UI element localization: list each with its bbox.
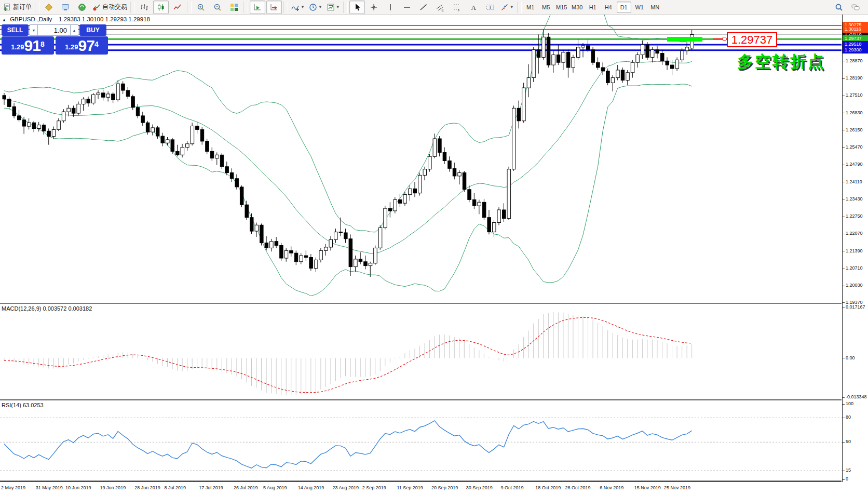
bars-button[interactable] <box>137 1 152 14</box>
timeframe-m1-button[interactable]: M1 <box>523 2 538 13</box>
axis-tick <box>843 130 845 130</box>
fibo-button[interactable]: F <box>449 1 465 14</box>
vline-button[interactable] <box>383 1 398 14</box>
toolbar-separator <box>130 2 135 13</box>
rsi-tick-label: 15 <box>846 467 851 473</box>
bollinger-bands <box>4 15 692 296</box>
label-button[interactable]: T <box>482 1 498 14</box>
autotrade-button[interactable]: 自动交易 <box>91 1 129 14</box>
templates-button[interactable]: ▼ <box>325 1 342 14</box>
rsi-tick-label: 80 <box>846 414 851 420</box>
tiles-button[interactable] <box>226 1 242 14</box>
channel-button[interactable]: E <box>432 1 448 14</box>
timeframe-m30-button[interactable]: M30 <box>570 2 585 13</box>
date-axis[interactable]: 2 May 201931 May 201910 Jun 201919 Jun 2… <box>0 482 842 495</box>
macd-panel <box>4 312 692 395</box>
autoscroll-icon <box>253 3 262 11</box>
price-tick-label: 1.22750 <box>846 213 863 219</box>
toolbar: 新订单自动交易▼▼▼EFAT▼M1M5M15M30H1H4D1W1MN <box>0 0 868 15</box>
tester-icon <box>78 3 86 11</box>
crosshair-button[interactable] <box>366 1 382 14</box>
chat-button[interactable] <box>848 1 863 14</box>
svg-text:F: F <box>458 8 460 11</box>
zoom-out-icon <box>213 3 222 11</box>
channel-icon: E <box>436 3 444 11</box>
highlight-rectangle[interactable] <box>667 37 702 42</box>
buy-button[interactable]: BUY <box>79 24 106 36</box>
arrows-button[interactable]: ▼ <box>499 1 516 14</box>
chart-header: ▲ GBPUSD-,Daily 1.29383 1.30100 1.29293 … <box>2 16 150 22</box>
price-tick-label: 1.24790 <box>846 162 863 167</box>
sell-button[interactable]: SELL <box>2 24 29 36</box>
tester-button[interactable] <box>74 1 90 14</box>
price-axis[interactable]: 1.288701.281901.275101.268301.261501.254… <box>842 15 868 482</box>
price-tick-label: 1.26150 <box>846 127 863 132</box>
chart-area[interactable]: ▲ GBPUSD-,Daily 1.29383 1.30100 1.29293 … <box>0 15 868 495</box>
zoom-out-button[interactable] <box>210 1 225 14</box>
timeframe-h4-button[interactable]: H4 <box>601 2 616 13</box>
price-tick-label: 1.22070 <box>846 231 863 236</box>
date-label: 6 Nov 2019 <box>600 485 623 490</box>
axis-tick <box>843 234 845 234</box>
timeframe-mn-button[interactable]: MN <box>648 2 662 13</box>
timeframe-m15-button[interactable]: M15 <box>554 2 569 13</box>
date-label: 10 Jun 2019 <box>65 485 91 490</box>
sell-price-big: 91 <box>24 38 40 53</box>
macd-tick-label: -0.013348 <box>846 394 867 399</box>
volume-increase-button[interactable]: ▲ <box>70 24 78 36</box>
periods-button[interactable]: ▼ <box>307 1 324 14</box>
trendline-button[interactable] <box>416 1 431 14</box>
timeframe-m5-button[interactable]: M5 <box>539 2 553 13</box>
price-annotation-box[interactable]: 1.29737 <box>727 32 777 47</box>
shift-button[interactable] <box>266 1 282 14</box>
axis-tick <box>843 96 845 96</box>
date-label: 20 Sep 2019 <box>431 485 458 490</box>
axis-tick <box>843 148 845 148</box>
price-tick-label: 1.28190 <box>846 75 863 81</box>
linechart-button[interactable] <box>170 1 185 14</box>
profile-button[interactable] <box>41 1 57 14</box>
zoom-in-icon <box>197 3 205 11</box>
date-label: 25 Nov 2019 <box>664 485 690 490</box>
candles-button[interactable] <box>153 1 169 14</box>
price-tick-label: 1.20030 <box>846 283 863 288</box>
timeframe-h1-button[interactable]: H1 <box>586 2 600 13</box>
volume-decrease-button[interactable]: ▼ <box>30 24 38 36</box>
date-label: 14 Aug 2019 <box>298 485 324 490</box>
terminal-button[interactable] <box>58 1 73 14</box>
new-order-label: 新订单 <box>13 3 32 11</box>
toolbar-separator <box>517 2 522 13</box>
search-button[interactable] <box>831 1 847 14</box>
cursor-button[interactable] <box>349 1 365 14</box>
zoom-in-button[interactable] <box>193 1 209 14</box>
timeframe-d1-button[interactable]: D1 <box>617 2 631 13</box>
axis-tick <box>843 302 845 303</box>
chart-plot[interactable] <box>0 15 842 495</box>
volume-input[interactable]: 1.00 <box>38 24 70 36</box>
trendline-icon <box>419 3 428 11</box>
toolbar-right-icons <box>831 1 864 14</box>
text-button[interactable]: A <box>466 1 481 14</box>
chart-note-text[interactable]: 多空转折点 <box>737 51 825 73</box>
buy-price-display[interactable]: 1.29 97 4 <box>56 36 108 55</box>
hline-icon <box>403 3 411 11</box>
axis-tick <box>843 358 845 358</box>
axis-tick <box>843 182 845 182</box>
axis-tick <box>843 78 845 79</box>
sell-price-small: 1.29 <box>11 41 24 53</box>
axis-tick <box>843 199 845 199</box>
collapse-panel-icon[interactable]: ▲ <box>2 18 6 22</box>
price-callout-anchor[interactable] <box>723 37 726 41</box>
timeframe-w1-button[interactable]: W1 <box>632 2 647 13</box>
autoscroll-button[interactable] <box>250 1 265 14</box>
axis-tick <box>843 286 845 286</box>
sell-price-display[interactable]: 1.29 91 8 <box>2 36 54 55</box>
date-label: 5 Aug 2019 <box>263 485 287 490</box>
indicators-button[interactable]: ▼ <box>290 1 306 14</box>
hline-button[interactable] <box>399 1 415 14</box>
axis-tick <box>843 61 845 61</box>
new-order-button[interactable]: 新订单 <box>2 1 33 14</box>
indicators-icon <box>291 3 300 11</box>
axis-tick <box>843 471 845 471</box>
chevron-down-icon: ▼ <box>336 5 340 9</box>
